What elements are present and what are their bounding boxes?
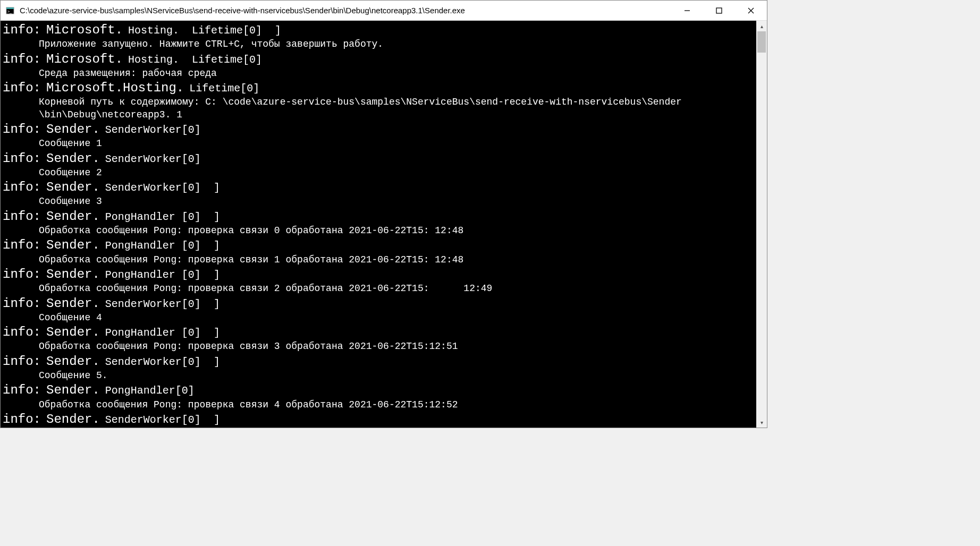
log-message: Обработка сообщения Pong: проверка связи… xyxy=(3,225,754,237)
log-entry: info:Sender.PongHandler[0]Обработка сооб… xyxy=(3,382,754,411)
log-entry: info:Sender.SenderWorker[0]Сообщение 1 xyxy=(3,121,754,150)
scrollbar-track[interactable] xyxy=(756,31,767,417)
log-header: info:Microsoft.Hosting. Lifetime[0] ] xyxy=(3,22,754,38)
log-header: info:Sender.SenderWorker[0] ] xyxy=(3,295,754,312)
scrollbar-thumb[interactable] xyxy=(757,31,766,53)
log-message: Сообщение 4 xyxy=(3,312,754,324)
console-output[interactable]: info:Microsoft.Hosting. Lifetime[0] ]При… xyxy=(1,21,756,428)
log-category: SenderWorker[0] xyxy=(105,152,201,166)
log-message: Сообщение 2 xyxy=(3,167,754,179)
log-level: info: xyxy=(3,295,41,312)
log-category: SenderWorker[0] xyxy=(105,123,201,137)
log-entry: info:Sender.PongHandler [0] ]Обработка с… xyxy=(3,324,754,353)
log-message: Среда размещения: рабочая среда xyxy=(3,67,754,80)
log-source: Sender. xyxy=(46,121,100,138)
log-source: Sender. xyxy=(46,324,100,340)
log-header: info:Sender.PongHandler [0] ] xyxy=(3,208,754,225)
log-category: Hosting. Lifetime[0] ] xyxy=(128,24,281,38)
log-header: info:Sender.PongHandler[0] xyxy=(3,382,754,398)
log-level: info: xyxy=(3,121,41,138)
log-entry: info:Microsoft.Hosting.Lifetime[0]Корнев… xyxy=(3,80,754,121)
log-entry: info:Sender.SenderWorker[0] ]Сообщение 3 xyxy=(3,179,754,208)
log-level: info: xyxy=(3,353,41,370)
window-title: C:\code\azure-service-bus\samples\NServi… xyxy=(20,6,671,15)
log-source: Microsoft. xyxy=(46,22,123,38)
log-level: info: xyxy=(3,324,41,340)
log-level: info: xyxy=(3,51,41,67)
log-entry: info:Microsoft.Hosting. Lifetime[0] ]При… xyxy=(3,22,754,51)
log-header: info:Sender.SenderWorker[0] xyxy=(3,121,754,138)
log-header: info:Sender.SenderWorker[0] xyxy=(3,150,754,167)
log-entry: info:Sender.PongHandler [0] ]Обработка с… xyxy=(3,208,754,237)
minimize-button[interactable] xyxy=(671,1,703,20)
log-entry: info:Microsoft.Hosting. Lifetime[0]Среда… xyxy=(3,51,754,80)
log-source: Sender. xyxy=(46,382,100,398)
log-source: Sender. xyxy=(46,266,100,283)
log-source: Sender. xyxy=(46,237,100,253)
close-button[interactable] xyxy=(735,1,767,20)
log-entry: info:Sender.SenderWorker[0]Сообщение 2 xyxy=(3,150,754,180)
log-message: Обработка сообщения Pong: проверка связи… xyxy=(3,283,754,295)
log-message: Сообщение 3 xyxy=(3,195,754,208)
log-header: info:Microsoft.Hosting.Lifetime[0] xyxy=(3,80,754,96)
log-header: info:Microsoft.Hosting. Lifetime[0] xyxy=(3,51,754,67)
log-level: info: xyxy=(3,80,41,96)
log-message: Обработка сообщения Pong: проверка связи… xyxy=(3,340,754,353)
vertical-scrollbar[interactable]: ▴ ▾ xyxy=(756,21,767,428)
log-source: Sender. xyxy=(46,411,100,428)
log-level: info: xyxy=(3,382,41,398)
scroll-up-arrow[interactable]: ▴ xyxy=(756,21,767,31)
log-category: PongHandler [0] ] xyxy=(105,210,220,224)
log-level: info: xyxy=(3,22,41,38)
log-category: Lifetime[0] xyxy=(189,82,259,96)
log-category: PongHandler[0] xyxy=(105,384,195,398)
log-header: info:Sender.SenderWorker[0] ] xyxy=(3,353,754,370)
console-area: info:Microsoft.Hosting. Lifetime[0] ]При… xyxy=(1,21,767,428)
log-category: PongHandler [0] ] xyxy=(105,239,220,253)
log-level: info: xyxy=(3,208,41,225)
log-entry: info:Sender.PongHandler [0] ]Обработка с… xyxy=(3,237,754,266)
titlebar[interactable]: >_ C:\code\azure-service-bus\samples\NSe… xyxy=(1,1,767,21)
log-category: SenderWorker[0] ] xyxy=(105,355,220,369)
log-message: Обработка сообщения Pong: проверка связи… xyxy=(3,254,754,266)
log-source: Sender. xyxy=(46,353,100,370)
log-source: Sender. xyxy=(46,295,100,312)
log-message: Корневой путь к содержимому: C: \code\az… xyxy=(3,96,754,121)
log-source: Sender. xyxy=(46,150,100,167)
log-message: Сообщение 5. xyxy=(3,370,754,382)
log-level: info: xyxy=(3,237,41,253)
log-header: info:Sender.SenderWorker[0] ] xyxy=(3,179,754,195)
log-header: info:Sender.PongHandler [0] ] xyxy=(3,266,754,283)
log-entry: info:Sender.SenderWorker[0] ]Сообщение 5… xyxy=(3,353,754,382)
log-message: Сообщение 1 xyxy=(3,138,754,150)
log-message: Приложение запущено. Нажмите CTRL+C, что… xyxy=(3,38,754,50)
application-window: >_ C:\code\azure-service-bus\samples\NSe… xyxy=(0,0,767,428)
log-level: info: xyxy=(3,411,41,428)
svg-rect-4 xyxy=(716,8,722,13)
log-category: Hosting. Lifetime[0] xyxy=(128,53,262,67)
console-app-icon: >_ xyxy=(5,5,15,16)
maximize-button[interactable] xyxy=(703,1,735,20)
svg-text:>_: >_ xyxy=(7,10,12,14)
log-category: PongHandler [0] ] xyxy=(105,268,220,282)
scroll-down-arrow[interactable]: ▾ xyxy=(756,417,767,428)
log-message: Обработка сообщения Pong: проверка связи… xyxy=(3,399,754,411)
log-source: Sender. xyxy=(46,208,100,225)
log-source: Sender. xyxy=(46,179,100,195)
log-level: info: xyxy=(3,150,41,167)
log-source: Microsoft. xyxy=(46,51,123,67)
log-category: SenderWorker[0] ] xyxy=(105,181,220,195)
log-level: info: xyxy=(3,179,41,195)
svg-rect-1 xyxy=(6,7,14,9)
log-header: info:Sender.SenderWorker[0] ] xyxy=(3,411,754,428)
log-entry: info:Sender.SenderWorker[0] ]Сообщение 6 xyxy=(3,411,754,428)
log-level: info: xyxy=(3,266,41,283)
log-category: SenderWorker[0] ] xyxy=(105,297,220,311)
log-entry: info:Sender.SenderWorker[0] ]Сообщение 4 xyxy=(3,295,754,325)
log-category: PongHandler [0] ] xyxy=(105,326,220,340)
log-header: info:Sender.PongHandler [0] ] xyxy=(3,324,754,340)
log-source: Microsoft.Hosting. xyxy=(46,80,184,96)
window-controls xyxy=(671,1,767,20)
log-category: SenderWorker[0] ] xyxy=(105,413,220,427)
log-entry: info:Sender.PongHandler [0] ]Обработка с… xyxy=(3,266,754,295)
